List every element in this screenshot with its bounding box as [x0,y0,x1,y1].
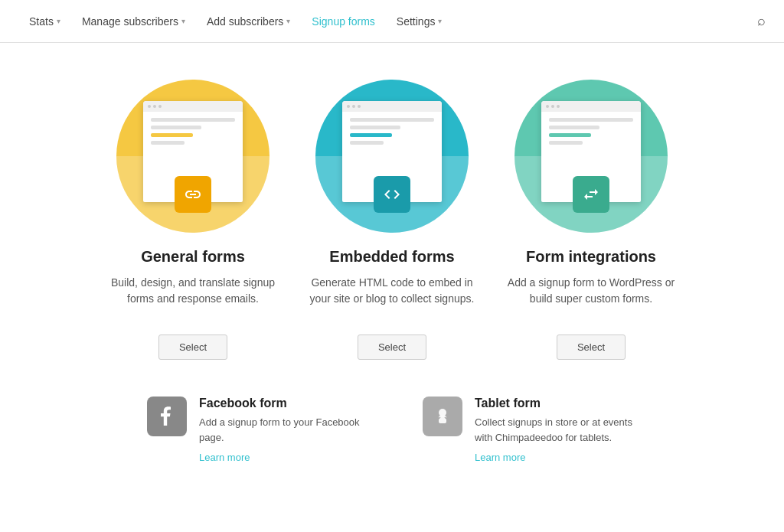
browser-dot [358,105,361,108]
nav-bar: Stats ▾ Manage subscribers ▾ Add subscri… [0,0,784,43]
settings-chevron-icon: ▾ [438,17,442,25]
form-integrations-card: Form integrations Add a signup form to W… [507,80,675,360]
browser-line-accent [350,133,392,137]
browser-body [342,112,442,151]
embedded-forms-circle [315,80,469,233]
general-forms-browser-mock [143,101,243,202]
browser-line [350,141,384,145]
general-forms-icon-badge [175,176,211,213]
embedded-forms-select-button[interactable]: Select [358,335,426,360]
signup-forms-label: Signup forms [312,15,374,28]
facebook-form-item: Facebook form Add a signup form to your … [147,397,361,463]
form-integrations-browser-mock [541,101,641,202]
form-integrations-desc: Add a signup form to WordPress or build … [507,275,675,321]
form-integrations-select-button[interactable]: Select [557,335,626,360]
svg-point-0 [439,409,446,416]
browser-top-bar [143,101,243,112]
browser-line-accent [549,133,591,137]
browser-body [541,112,641,151]
general-forms-circle [116,80,270,233]
form-integrations-title: Form integrations [526,248,656,266]
embedded-forms-browser-mock [342,101,442,202]
browser-top-bar [541,101,641,112]
browser-line [549,126,599,129]
tablet-icon [423,397,462,436]
tablet-form-item: Tablet form Collect signups in store or … [423,397,637,463]
browser-dot [352,105,355,108]
browser-line [151,126,201,129]
browser-dot [148,105,151,108]
general-forms-desc: Build, design, and translate signup form… [109,275,277,321]
bottom-items-row: Facebook form Add a signup form to your … [43,397,741,463]
embedded-forms-icon-badge [374,176,410,213]
browser-dot [158,105,162,108]
settings-label: Settings [397,15,436,28]
nav-item-stats[interactable]: Stats ▾ [18,0,71,42]
nav-item-signup-forms[interactable]: Signup forms [301,0,385,42]
browser-line [549,118,633,122]
general-forms-select-button[interactable]: Select [158,335,227,360]
general-forms-title: General forms [141,248,245,266]
browser-dot [546,105,549,108]
add-subscribers-chevron-icon: ▾ [286,17,290,25]
browser-line [549,141,583,145]
browser-dot [551,105,554,108]
tablet-form-title: Tablet form [475,397,637,410]
browser-line-accent [151,133,193,137]
manage-subscribers-label: Manage subscribers [82,15,178,28]
facebook-form-title: Facebook form [199,397,361,410]
tablet-form-desc: Collect signups in store or at events wi… [475,415,637,445]
facebook-form-text: Facebook form Add a signup form to your … [199,397,361,463]
search-icon[interactable]: ⌕ [757,13,766,29]
browser-body [143,112,243,151]
stats-chevron-icon: ▾ [57,17,60,25]
svg-rect-1 [439,416,446,423]
embedded-forms-card: Embedded forms Generate HTML code to emb… [308,80,476,360]
tablet-form-learn-more-link[interactable]: Learn more [475,452,525,463]
form-integrations-circle [514,80,668,233]
browser-line [350,118,434,122]
nav-item-manage-subscribers[interactable]: Manage subscribers ▾ [71,0,196,42]
form-integrations-icon-badge [573,176,609,213]
browser-line [350,126,400,129]
browser-line [151,118,235,122]
stats-label: Stats [29,15,54,28]
browser-line [151,141,185,145]
browser-dot [153,105,156,108]
embedded-forms-title: Embedded forms [329,248,454,266]
facebook-icon [147,397,187,436]
facebook-form-desc: Add a signup form to your Facebook page. [199,415,361,445]
nav-item-add-subscribers[interactable]: Add subscribers ▾ [196,0,301,42]
embedded-forms-desc: Generate HTML code to embed in your site… [308,275,476,321]
facebook-form-learn-more-link[interactable]: Learn more [199,452,250,463]
browser-top-bar [342,101,442,112]
browser-dot [347,105,350,108]
nav-item-settings[interactable]: Settings ▾ [386,0,453,42]
main-content: General forms Build, design, and transla… [24,43,760,509]
signup-form-cards-row: General forms Build, design, and transla… [43,80,741,360]
general-forms-card: General forms Build, design, and transla… [109,80,277,360]
browser-dot [557,105,560,108]
tablet-form-text: Tablet form Collect signups in store or … [475,397,637,463]
manage-subscribers-chevron-icon: ▾ [181,17,185,25]
add-subscribers-label: Add subscribers [207,15,283,28]
